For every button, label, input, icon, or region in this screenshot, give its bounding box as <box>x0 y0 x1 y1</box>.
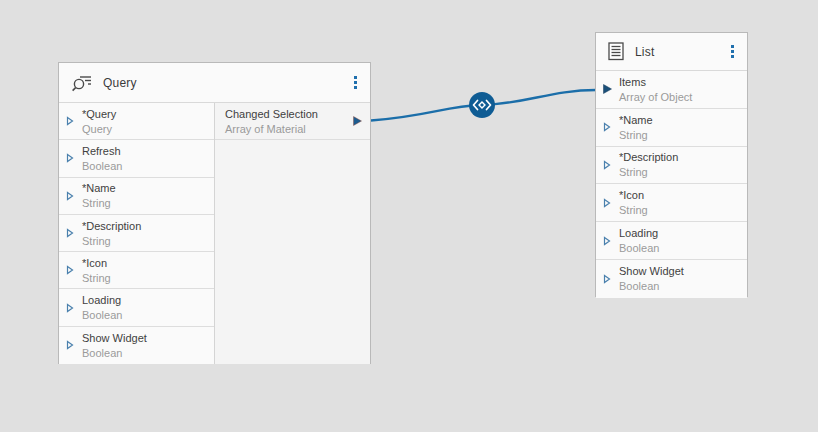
port-label: *Name <box>619 113 653 127</box>
port-label: *Description <box>82 219 141 233</box>
list-icon <box>608 42 625 61</box>
list-input-ports: Items Array of Object *Name String <box>596 71 747 298</box>
port-row-items[interactable]: Items Array of Object <box>596 71 747 109</box>
port-type: String <box>82 234 141 248</box>
port-row-icon[interactable]: *Icon String <box>59 252 214 289</box>
query-magnifier-icon <box>71 73 93 93</box>
query-output-ports: Changed Selection Array of Material <box>214 103 370 364</box>
port-row-refresh[interactable]: Refresh Boolean <box>59 140 214 177</box>
port-label: Items <box>619 75 692 89</box>
query-input-ports: *Query Query Refresh Boolean * <box>59 103 214 364</box>
expander-triangle-icon[interactable] <box>603 274 611 284</box>
kebab-menu-icon[interactable] <box>348 73 362 93</box>
port-label: *Name <box>82 181 116 195</box>
list-node-header[interactable]: List <box>596 33 747 71</box>
expander-triangle-icon[interactable] <box>66 116 74 126</box>
expander-triangle-icon[interactable] <box>66 153 74 163</box>
port-row-loading[interactable]: Loading Boolean <box>59 289 214 326</box>
port-label: *Icon <box>82 256 111 270</box>
connected-port-arrow-icon <box>353 116 362 126</box>
port-type: Boolean <box>619 279 684 293</box>
expander-triangle-icon[interactable] <box>66 303 74 313</box>
list-node-title: List <box>635 45 715 59</box>
port-label: Show Widget <box>619 264 684 278</box>
port-label: *Query <box>82 107 116 121</box>
query-node-header[interactable]: Query <box>59 63 370 103</box>
query-node-title: Query <box>103 76 338 90</box>
expander-triangle-icon[interactable] <box>66 265 74 275</box>
port-row-name[interactable]: *Name String <box>596 109 747 147</box>
port-type: Boolean <box>82 308 122 322</box>
port-label: Loading <box>82 293 122 307</box>
port-label: *Icon <box>619 188 648 202</box>
connected-port-arrow-icon <box>603 84 612 94</box>
port-type: String <box>619 128 653 142</box>
binding-transform-icon[interactable] <box>469 92 495 118</box>
expander-triangle-icon[interactable] <box>603 160 611 170</box>
port-type: Boolean <box>82 346 147 360</box>
port-label: Refresh <box>82 144 122 158</box>
port-type: Boolean <box>619 241 659 255</box>
expander-triangle-icon[interactable] <box>66 228 74 238</box>
port-type: Query <box>82 122 116 136</box>
port-type: String <box>82 196 116 210</box>
port-type: Array of Object <box>619 90 692 104</box>
expander-triangle-icon[interactable] <box>603 198 611 208</box>
list-node[interactable]: List Items Array of Object <box>595 32 748 297</box>
port-type: Array of Material <box>225 122 353 136</box>
expander-triangle-icon[interactable] <box>603 122 611 132</box>
kebab-menu-icon[interactable] <box>725 42 739 62</box>
port-type: String <box>82 271 111 285</box>
port-row-loading[interactable]: Loading Boolean <box>596 222 747 260</box>
port-row-query[interactable]: *Query Query <box>59 103 214 140</box>
port-label: Changed Selection <box>225 107 353 121</box>
port-label: Loading <box>619 226 659 240</box>
port-row-description[interactable]: *Description String <box>596 147 747 185</box>
port-row-changed-selection[interactable]: Changed Selection Array of Material <box>215 103 370 140</box>
port-type: Boolean <box>82 159 122 173</box>
expander-triangle-icon[interactable] <box>66 191 74 201</box>
port-label: Show Widget <box>82 331 147 345</box>
port-row-description[interactable]: *Description String <box>59 215 214 252</box>
port-row-name[interactable]: *Name String <box>59 178 214 215</box>
expander-triangle-icon[interactable] <box>66 340 74 350</box>
port-row-show-widget[interactable]: Show Widget Boolean <box>59 327 214 364</box>
expander-triangle-icon[interactable] <box>603 236 611 246</box>
binding-canvas[interactable]: Query *Query Query Re <box>0 0 818 432</box>
port-type: String <box>619 165 678 179</box>
port-row-icon[interactable]: *Icon String <box>596 184 747 222</box>
port-label: *Description <box>619 150 678 164</box>
port-row-show-widget[interactable]: Show Widget Boolean <box>596 260 747 298</box>
port-type: String <box>619 203 648 217</box>
query-node[interactable]: Query *Query Query Re <box>58 62 371 364</box>
